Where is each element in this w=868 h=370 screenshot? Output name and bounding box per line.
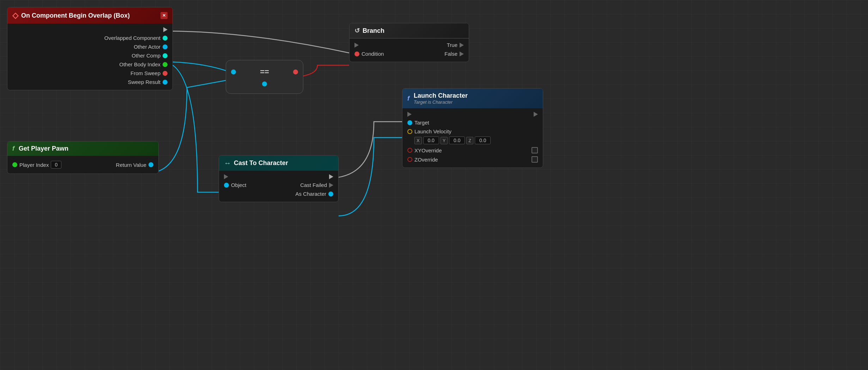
equal-in1-circle [231, 69, 236, 74]
launch-velocity-label: Launch Velocity [414, 128, 451, 134]
z-override-checkbox[interactable] [532, 156, 538, 163]
node-branch-title: Branch [363, 27, 384, 35]
equal-out-circle [293, 69, 298, 74]
cast-as-char-label: As Character [295, 191, 326, 197]
pin-overlapped-component: Overlapped Component [12, 35, 168, 41]
cast-as-character-row: As Character [224, 191, 333, 197]
node-branch-body: True Condition False [350, 38, 469, 62]
cast-failed-pin [329, 183, 333, 188]
cast-failed-row: Cast Failed [300, 182, 333, 188]
node-branch: ↺ Branch True Condition False [349, 23, 469, 62]
node-launch: f Launch Character Target is Character T… [402, 88, 543, 168]
z-override-row: ZOverride [407, 156, 538, 163]
z-override-circle [407, 157, 412, 162]
equal-row1: == [231, 67, 298, 77]
pin-other-actor: Other Actor [12, 44, 168, 50]
node-overlap-body: Overlapped Component Other Actor Other C… [7, 24, 172, 90]
exec-out-icon [163, 27, 168, 32]
pin-other-comp-label: Other Comp [132, 53, 160, 59]
player-index-value[interactable]: 0 [51, 161, 61, 169]
cast-object-in: Object [224, 182, 246, 188]
launch-velocity-left: Launch Velocity [407, 128, 451, 134]
launch-xyz-row: X 0.0 Y 0.0 Z 0.0 [407, 137, 538, 144]
node-launch-header: f Launch Character Target is Character [402, 89, 543, 108]
z-label: Z [466, 137, 473, 144]
z-override-label: ZOverride [414, 157, 438, 163]
equal-operator: == [260, 67, 269, 77]
pin-sweep-result-label: Sweep Result [128, 79, 160, 85]
branch-exec-in [354, 43, 359, 48]
node-getpawn: f Get Player Pawn Player Index 0 Return … [7, 141, 159, 174]
equal-row2 [262, 81, 267, 86]
branch-false-row: False [444, 51, 464, 57]
cast-as-char-circle [328, 192, 333, 196]
cast-exec-out [329, 174, 333, 179]
node-branch-header: ↺ Branch [350, 23, 469, 38]
branch-false-label: False [444, 51, 457, 57]
node-equal: == [226, 60, 303, 94]
pin-overlapped-label: Overlapped Component [104, 35, 160, 41]
node-cast-body: Object Cast Failed As Character [219, 171, 338, 202]
pin-other-actor-label: Other Actor [134, 44, 160, 50]
cast-exec-in [224, 174, 228, 179]
launch-func-icon: f [407, 95, 409, 102]
z-override-left: ZOverride [407, 157, 438, 163]
pin-other-comp-circle [163, 53, 168, 58]
close-button[interactable]: ✕ [160, 12, 168, 19]
branch-true-label: True [447, 42, 457, 48]
branch-condition-circle [354, 51, 359, 56]
node-getpawn-body: Player Index 0 Return Value [7, 156, 158, 174]
launch-velocity-label-row: Launch Velocity [407, 128, 538, 134]
launch-target-circle [407, 120, 412, 125]
branch-true-pin [460, 43, 464, 48]
xy-override-circle [407, 148, 412, 153]
pin-from-sweep: From Sweep [12, 70, 168, 76]
pin-other-comp: Other Comp [12, 53, 168, 59]
pin-from-sweep-label: From Sweep [130, 70, 160, 76]
y-label: Y [441, 137, 448, 144]
x-label: X [414, 137, 422, 144]
xy-override-checkbox[interactable] [532, 147, 538, 153]
branch-condition: Condition [354, 51, 384, 57]
launch-velocity-circle [407, 129, 412, 134]
pin-player-index-label: Player Index [19, 162, 49, 168]
node-overlap-header: ◇ On Component Begin Overlap (Box) ✕ [7, 7, 172, 24]
launch-exec-row [407, 112, 538, 117]
node-launch-body: Target Launch Velocity X 0.0 Y 0.0 Z 0.0 [402, 108, 543, 168]
pin-other-actor-circle [163, 44, 168, 49]
cast-failed-label: Cast Failed [300, 182, 327, 188]
pin-return-circle [148, 162, 153, 167]
overlap-icon: ◇ [12, 11, 18, 20]
pin-overlapped-circle [163, 36, 168, 41]
launch-velocity-section: Launch Velocity X 0.0 Y 0.0 Z 0.0 [407, 128, 538, 144]
branch-condition-row: Condition False [354, 51, 464, 57]
cast-object-label: Object [231, 182, 246, 188]
cast-object-circle [224, 183, 229, 188]
launch-target-row: Target [407, 120, 538, 126]
xy-override-left: XYOverride [407, 147, 442, 153]
launch-target-label: Target [414, 120, 429, 126]
xy-override-label: XYOverride [414, 147, 442, 153]
branch-exec-row: True [354, 42, 464, 48]
node-getpawn-header: f Get Player Pawn [7, 141, 158, 156]
pin-other-body-label: Other Body Index [119, 61, 160, 67]
cast-object-row: Object Cast Failed [224, 182, 333, 188]
pin-player-index-circle [12, 162, 17, 167]
branch-true-row: True [447, 42, 464, 48]
z-value[interactable]: 0.0 [475, 137, 491, 144]
xy-override-row: XYOverride [407, 147, 538, 153]
cast-icon: ↔ [224, 159, 231, 167]
x-value[interactable]: 0.0 [423, 137, 439, 144]
launch-exec-out [534, 112, 538, 117]
branch-false-pin [460, 51, 464, 56]
node-overlap-title: On Component Begin Overlap (Box) [21, 12, 130, 19]
node-overlap: ◇ On Component Begin Overlap (Box) ✕ Ove… [7, 7, 173, 90]
branch-condition-label: Condition [362, 51, 384, 57]
pin-return-label: Return Value [116, 162, 146, 168]
node-launch-title: Launch Character [414, 92, 468, 99]
pin-sweep-result-circle [163, 80, 168, 85]
node-cast-header: ↔ Cast To Character [219, 156, 338, 171]
y-value[interactable]: 0.0 [449, 137, 465, 144]
equal-in2-circle [262, 81, 267, 86]
pin-player-index: Player Index 0 [12, 161, 61, 169]
